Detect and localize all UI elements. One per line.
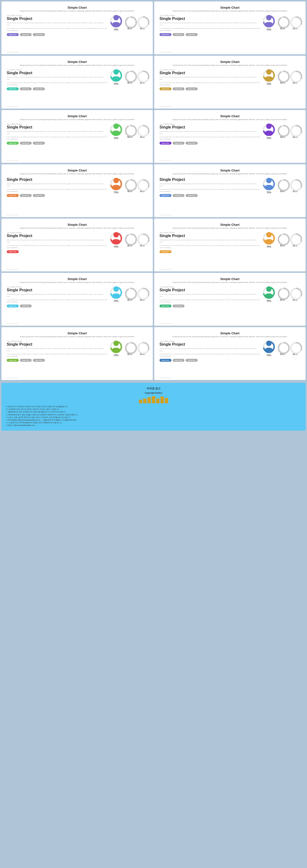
project-title: Single Project xyxy=(7,125,107,129)
btn-2[interactable]: Apply Here xyxy=(20,87,32,90)
btn-2[interactable]: Apply Here xyxy=(173,87,185,90)
btn-1[interactable]: Apply Here xyxy=(7,33,19,36)
btn-1[interactable]: Apply Here xyxy=(7,87,19,90)
btn-2[interactable]: Apply Here xyxy=(20,305,32,307)
chart-item-2: 90% xyxy=(277,287,288,301)
project-title: Single Project xyxy=(160,71,260,75)
desc1: Simply dummy text of the printing and ty… xyxy=(7,76,107,81)
btn-1[interactable]: Apply Here xyxy=(160,359,171,362)
desc2: It was popularised in the 1960s with the… xyxy=(7,82,107,86)
card-charts: 70% 90% 30% xyxy=(262,14,300,31)
donut-3 xyxy=(290,233,300,244)
btn-2[interactable]: Apply Here xyxy=(173,142,185,145)
btn-3[interactable]: Apply Here xyxy=(33,194,45,197)
card-left: Single Project Simply dummy text of the … xyxy=(7,178,107,197)
card-footer: Business Analytics xyxy=(7,377,19,378)
chart-item-1: 70% xyxy=(110,178,123,194)
svg-point-91 xyxy=(265,293,273,299)
btn-1[interactable]: Apply Here xyxy=(160,305,171,307)
btn-3[interactable]: Apply Here xyxy=(185,87,198,90)
card-subtitle: Simply dummy text of the printing and ty… xyxy=(160,173,300,175)
pct-1: 70% xyxy=(114,28,118,31)
btn-2[interactable]: Apply Here xyxy=(173,33,185,36)
card-left: Your Subtitle Textarea Single Project Si… xyxy=(7,340,107,362)
donut-3 xyxy=(137,233,147,244)
btn-3[interactable]: Apply Here xyxy=(185,194,198,197)
chart-item-2: 90% xyxy=(125,16,135,30)
pct-1: 70% xyxy=(114,245,118,248)
desc2: It was popularised in the 1960s with the… xyxy=(160,82,260,86)
card-subtitle: Simply dummy text of the printing and ty… xyxy=(160,10,300,12)
btn-1[interactable]: Apply Here xyxy=(160,33,171,36)
card-title: Simple Chart xyxy=(7,114,147,118)
btn-2[interactable]: Apply Here xyxy=(173,305,185,307)
btn-1[interactable]: Apply Here xyxy=(7,142,19,145)
svg-point-21 xyxy=(126,71,136,82)
card-footer: Business Analytics xyxy=(160,160,171,161)
ad-bar xyxy=(152,396,155,403)
svg-point-53 xyxy=(126,180,136,190)
card-7: Simple Chart Simply dummy text of the pr… xyxy=(1,164,153,217)
card-9: Simple Chart Simply dummy text of the pr… xyxy=(1,219,153,271)
btn-1[interactable]: Apply Here xyxy=(160,194,171,197)
btn-3[interactable]: Apply Here xyxy=(33,142,45,145)
btn-1[interactable]: Apply Here xyxy=(7,194,19,197)
desc2: It was popularised in the 1960s with the… xyxy=(7,188,107,193)
btn-1[interactable]: Apply Here xyxy=(7,359,19,362)
desc2: It was popularised in the 1960s with the… xyxy=(160,245,260,249)
btn-1[interactable]: Apply Here xyxy=(160,250,171,253)
chart-item-2: 90% xyxy=(277,233,288,247)
btn-3[interactable]: Apply Here xyxy=(33,359,45,362)
svg-point-43 xyxy=(265,130,273,136)
your-subtitle: Your Subtitle Textarea xyxy=(160,69,260,71)
card-11: Simple Chart Simply dummy text of the pr… xyxy=(1,273,153,326)
buttons-row: Apply Here xyxy=(160,250,260,253)
btn-1[interactable]: Apply Here xyxy=(160,142,171,145)
btn-2[interactable]: Apply Here xyxy=(20,359,32,362)
buttons-row: Apply HereApply HereApply Here xyxy=(7,33,107,36)
svg-point-26 xyxy=(266,69,272,75)
card-subtitle: Simply dummy text of the printing and ty… xyxy=(160,64,300,66)
svg-point-74 xyxy=(266,232,272,238)
main-grid: Simple Chart Simply dummy text of the pr… xyxy=(0,0,307,381)
btn-1[interactable]: Apply Here xyxy=(7,305,19,307)
your-subtitle: Your Subtitle Textarea xyxy=(7,69,107,71)
donut-label-1 xyxy=(110,177,123,191)
btn-3[interactable]: Apply Here xyxy=(185,359,198,362)
btn-2[interactable]: Apply Here xyxy=(20,194,32,197)
card-left: Your Subtitle Textarea Single Project Si… xyxy=(7,123,107,145)
btn-3[interactable]: Apply Here xyxy=(185,142,198,145)
desc2: It was popularised in the 1960s with the… xyxy=(7,245,107,249)
donut-3 xyxy=(290,16,300,26)
svg-point-98 xyxy=(113,341,119,346)
donut-1 xyxy=(110,232,123,245)
card-title: Simple Chart xyxy=(160,60,300,64)
btn-1[interactable]: Apply Here xyxy=(7,250,19,253)
btn-3[interactable]: Apply Here xyxy=(185,33,198,36)
btn-3[interactable]: Apply Here xyxy=(33,87,45,90)
pct-1: 70% xyxy=(114,300,118,302)
btn-2[interactable]: Apply Here xyxy=(173,194,185,197)
chart-item-3: 30% xyxy=(137,70,147,84)
btn-3[interactable]: Apply Here xyxy=(33,33,45,36)
your-subtitle: Your Subtitle Textarea xyxy=(160,232,260,234)
card-body: Your Subtitle Textarea Single Project Si… xyxy=(160,232,300,253)
donut-2 xyxy=(277,16,288,26)
donut-label-1 xyxy=(262,177,275,191)
btn-2[interactable]: Apply Here xyxy=(20,33,32,36)
desc1: Simply dummy text of the printing and ty… xyxy=(7,22,107,26)
ad-bar xyxy=(143,399,146,403)
chart-item-2: 90% xyxy=(125,287,135,301)
svg-point-37 xyxy=(126,126,136,136)
card-5: Simple Chart Simply dummy text of the pr… xyxy=(1,110,153,163)
ad-banner: 저작권 공고 Copyright Notice 이 슬라이드의 저작권은 저자에… xyxy=(1,383,306,431)
donut-label-1 xyxy=(262,286,275,299)
btn-2[interactable]: Apply Here xyxy=(173,359,185,362)
card-subtitle: Simply dummy text of the printing and ty… xyxy=(160,118,300,121)
card-footer: Business Analytics xyxy=(160,269,171,270)
btn-1[interactable]: Apply Here xyxy=(160,87,171,90)
chart-item-3: 30% xyxy=(137,124,147,138)
project-title: Single Project xyxy=(7,342,107,347)
btn-2[interactable]: Apply Here xyxy=(20,142,32,145)
desc1: Simply dummy text of the printing and ty… xyxy=(160,293,260,298)
